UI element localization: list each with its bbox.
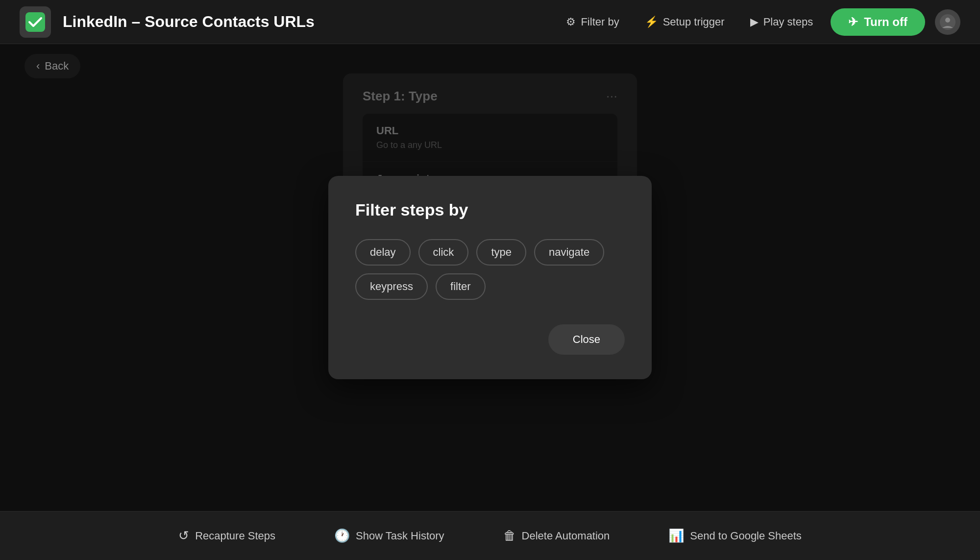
page-title: LinkedIn – Source Contacts URLs [63,13,558,31]
main-content: Step 1: Type ··· URL Go to a any URL Jav… [0,44,980,511]
filter-tag-click[interactable]: click [418,239,469,266]
history-icon: 🕐 [334,528,350,543]
modal-footer: Close [355,324,625,355]
sheets-icon: 📊 [668,528,684,543]
send-to-sheets-button[interactable]: 📊 Send to Google Sheets [659,523,811,548]
filter-tag-delay[interactable]: delay [355,239,411,266]
bottom-bar: ↺ Recapture Steps 🕐 Show Task History 🗑 … [0,511,980,560]
filter-tag-keypress[interactable]: keypress [355,273,428,300]
play-steps-button[interactable]: ▶ Play steps [742,11,821,33]
delete-automation-button[interactable]: 🗑 Delete Automation [493,523,620,548]
filter-modal: Filter steps by delay click type navigat… [328,176,652,379]
filter-tag-navigate[interactable]: navigate [534,239,604,266]
filter-by-button[interactable]: ⚙ Filter by [558,11,627,33]
turn-off-button[interactable]: ✈ Turn off [831,8,925,36]
trash-icon: 🗑 [503,528,516,543]
play-icon: ▶ [750,16,759,28]
show-task-history-button[interactable]: 🕐 Show Task History [324,523,454,548]
recapture-icon: ↺ [178,528,189,543]
close-button[interactable]: Close [548,324,625,355]
filter-icon: ⚙ [566,16,576,28]
header: LinkedIn – Source Contacts URLs ⚙ Filter… [0,0,980,44]
svg-point-2 [945,18,950,23]
filter-tag-filter[interactable]: filter [436,273,486,300]
filter-tags-group: delay click type navigate keypress filte… [355,239,625,300]
modal-overlay: Filter steps by delay click type navigat… [0,44,980,511]
trigger-icon: ⚡ [645,16,658,28]
app-logo [20,6,51,38]
setup-trigger-button[interactable]: ⚡ Setup trigger [637,11,733,33]
recapture-steps-button[interactable]: ↺ Recapture Steps [169,523,285,548]
power-icon: ✈ [848,15,858,29]
header-actions: ⚙ Filter by ⚡ Setup trigger ▶ Play steps… [558,8,960,36]
modal-title: Filter steps by [355,200,625,219]
filter-tag-type[interactable]: type [476,239,526,266]
avatar [935,9,960,35]
